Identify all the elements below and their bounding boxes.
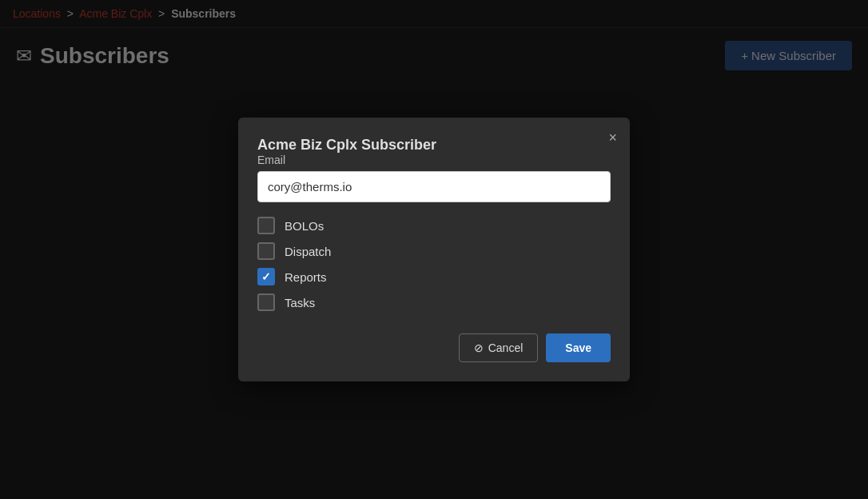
email-label: Email — [257, 154, 611, 166]
checkbox-group: BOLOs Dispatch ✓ Reports Tasks — [257, 217, 611, 311]
checkbox-bolos-label: BOLOs — [285, 219, 324, 233]
modal-footer: ⊘ Cancel Save — [257, 333, 611, 362]
checkbox-reports-label: Reports — [285, 270, 327, 284]
checkbox-item-reports[interactable]: ✓ Reports — [257, 268, 611, 285]
subscriber-modal: Acme Biz Cplx Subscriber × Email BOLOs D… — [238, 118, 630, 381]
cancel-button[interactable]: ⊘ Cancel — [459, 333, 539, 362]
checkmark-icon: ✓ — [261, 270, 271, 283]
cancel-icon: ⊘ — [474, 341, 484, 354]
email-field[interactable] — [257, 171, 611, 202]
checkbox-item-bolos[interactable]: BOLOs — [257, 217, 611, 234]
checkbox-item-tasks[interactable]: Tasks — [257, 293, 611, 311]
email-form-group: Email — [257, 154, 611, 202]
save-button[interactable]: Save — [546, 333, 611, 362]
checkbox-tasks-label: Tasks — [285, 296, 315, 309]
modal-close-button[interactable]: × — [608, 130, 617, 145]
checkbox-reports[interactable]: ✓ — [257, 268, 275, 285]
modal-overlay: Acme Biz Cplx Subscriber × Email BOLOs D… — [0, 0, 868, 499]
checkbox-dispatch[interactable] — [257, 242, 275, 260]
checkbox-tasks[interactable] — [257, 293, 275, 311]
checkbox-dispatch-label: Dispatch — [285, 245, 331, 258]
checkbox-bolos[interactable] — [257, 217, 275, 234]
checkbox-item-dispatch[interactable]: Dispatch — [257, 242, 611, 260]
modal-title: Acme Biz Cplx Subscriber — [257, 137, 436, 153]
cancel-label: Cancel — [488, 341, 524, 354]
